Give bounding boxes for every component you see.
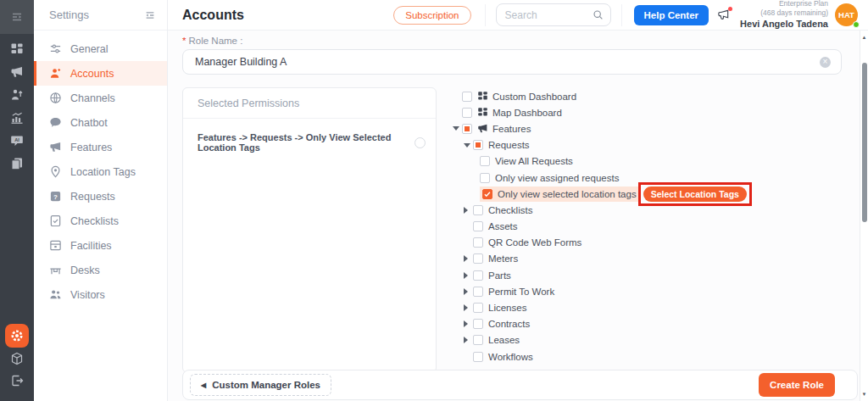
sidebar-item-checklists[interactable]: Checklists [34, 209, 167, 233]
permission-remove-button[interactable] [415, 137, 426, 148]
tree-checkbox-leases[interactable] [473, 335, 483, 345]
sidebar-item-accounts[interactable]: Accounts [34, 61, 167, 86]
tree-checkbox-view-all-requests[interactable] [480, 156, 490, 166]
tree-checkbox-requests[interactable] [473, 140, 483, 150]
megaphone-icon [10, 65, 24, 79]
sidebar-item-general[interactable]: General [34, 36, 167, 61]
caret-slot [453, 126, 462, 131]
caret-right-icon[interactable] [464, 288, 468, 295]
tree-row-contracts[interactable]: Contracts [449, 316, 856, 332]
tree-checkbox-only-view-assigned-requests[interactable] [480, 173, 490, 183]
menu-toggle-button[interactable] [0, 0, 34, 34]
tree-checkbox-workflows[interactable] [473, 352, 483, 362]
role-name-input[interactable]: Manager Building A × [182, 49, 842, 75]
scroll-down-arrow[interactable]: ▼ [860, 392, 868, 397]
scroll-up-arrow[interactable]: ▲ [860, 35, 868, 40]
app-root: AI Settings GeneralAccountsChannelsChatb… [0, 0, 868, 401]
collapse-sidebar-icon[interactable] [144, 9, 156, 21]
rail-item-megaphone-icon[interactable] [0, 62, 34, 82]
tree-checkbox-assets[interactable] [473, 221, 483, 231]
tree-label: Custom Dashboard [492, 92, 576, 102]
tree-checkbox-contracts[interactable] [473, 319, 483, 329]
caret-down-icon[interactable] [453, 126, 459, 131]
sidebar-item-location-tags[interactable]: Location Tags [34, 159, 167, 184]
checklist-icon [49, 214, 62, 227]
help-center-button[interactable]: Help Center [634, 5, 709, 25]
rail-item-leaderboard-icon[interactable] [0, 85, 34, 105]
tree-checkbox-parts[interactable] [473, 270, 483, 281]
tree-row-view-all-requests[interactable]: View All Requests [449, 153, 856, 170]
tree-checkbox-checklists[interactable] [473, 205, 483, 215]
tree-checkbox-meters[interactable] [473, 253, 483, 264]
page-scrollbar[interactable]: ▲ ▼ [860, 31, 868, 401]
rail-item-settings-gear-icon[interactable] [5, 324, 29, 348]
role-name-label: *Role Name : [182, 36, 242, 46]
tree-checkbox-custom-dashboard[interactable] [462, 92, 472, 102]
rail-item-ai-chat-icon[interactable]: AI [0, 131, 34, 151]
tree-checkbox-permit-to-work[interactable] [473, 287, 483, 297]
rail-item-cube-icon[interactable] [0, 348, 34, 369]
plan-days-remaining: (468 days remaining) [740, 8, 828, 18]
documents-icon [10, 157, 24, 170]
caret-right-icon[interactable] [464, 255, 468, 262]
tree-checkbox-only-view-selected-location-tags[interactable] [482, 189, 492, 199]
caret-right-icon[interactable] [464, 272, 468, 279]
caret-right-icon[interactable] [464, 337, 468, 343]
selected-permissions-panel: Selected Permissions Features -> Request… [182, 87, 437, 373]
sidebar-item-facilities[interactable]: Facilities [34, 233, 167, 258]
tree-row-assets[interactable]: Assets [449, 219, 856, 235]
sidebar-item-visitors[interactable]: Visitors [34, 282, 167, 307]
tree-row-qr-code-web-forms[interactable]: QR Code Web Forms [449, 235, 856, 251]
sidebar-item-label: Channels [70, 92, 115, 104]
rail-item-logout-icon[interactable] [0, 370, 34, 391]
caret-right-icon[interactable] [464, 207, 468, 214]
tree-row-map-dashboard[interactable]: Map Dashboard [449, 104, 856, 120]
rail-item-chart-icon[interactable] [0, 108, 34, 128]
tree-checkbox-features[interactable] [462, 124, 472, 134]
tree-row-custom-dashboard[interactable]: Custom Dashboard [449, 88, 856, 104]
tree-row-leases[interactable]: Leases [449, 332, 856, 348]
megaphone-icon [49, 141, 62, 153]
sidebar-item-requests[interactable]: ?Requests [34, 184, 167, 209]
tree-row-features[interactable]: Features [449, 120, 856, 136]
page-title: Accounts [182, 8, 244, 23]
tree-row-permit-to-work[interactable]: Permit To Work [449, 283, 856, 299]
custom-manager-roles-button[interactable]: ◀ Custom Manager Roles [190, 374, 331, 396]
sliders-icon [49, 42, 62, 55]
tree-row-requests[interactable]: Requests [449, 137, 856, 153]
sidebar-item-label: Checklists [70, 215, 119, 227]
clear-input-icon[interactable]: × [820, 57, 831, 68]
tree-checkbox-qr-code-web-forms[interactable] [473, 237, 483, 248]
caret-slot [464, 272, 473, 279]
tree-checkbox-licenses[interactable] [473, 303, 483, 313]
select-location-tags-button[interactable]: Select Location Tags [643, 187, 747, 202]
svg-text:?: ? [53, 193, 58, 201]
tree-row-only-view-selected-location-tags[interactable]: Only view selected location tagsSelect L… [449, 186, 856, 202]
selected-tree-node: Only view selected location tags [480, 187, 638, 202]
selected-permissions-title: Selected Permissions [183, 88, 436, 119]
caret-right-icon[interactable] [464, 320, 468, 327]
search-input[interactable]: Search [496, 3, 611, 26]
caret-right-icon[interactable] [464, 304, 468, 311]
sidebar-item-desks[interactable]: Desks [34, 258, 167, 282]
create-role-button[interactable]: Create Role [759, 373, 835, 397]
caret-down-icon[interactable] [464, 143, 470, 148]
menu-toggle-icon [10, 10, 24, 24]
avatar[interactable]: HAT [835, 3, 858, 26]
tree-row-parts[interactable]: Parts [449, 267, 856, 283]
tree-row-licenses[interactable]: Licenses [449, 299, 856, 315]
sidebar-item-chatbot[interactable]: Chatbot [34, 110, 167, 135]
online-status-dot [853, 21, 860, 28]
tree-row-workflows[interactable]: Workflows [449, 348, 856, 365]
subscription-button[interactable]: Subscription [393, 6, 470, 25]
sidebar-item-features[interactable]: Features [34, 135, 167, 159]
rail-item-dashboard-icon[interactable] [0, 39, 34, 59]
rail-item-documents-icon[interactable] [0, 153, 34, 174]
tree-row-meters[interactable]: Meters [449, 251, 856, 267]
scrollbar-thumb[interactable] [862, 63, 867, 222]
settings-sidebar: Settings GeneralAccountsChannelsChatbotF… [34, 0, 168, 401]
tree-checkbox-map-dashboard[interactable] [462, 108, 472, 118]
sidebar-item-channels[interactable]: Channels [34, 86, 167, 110]
announcements-icon[interactable] [717, 8, 730, 21]
tree-label: Requests [488, 140, 530, 150]
